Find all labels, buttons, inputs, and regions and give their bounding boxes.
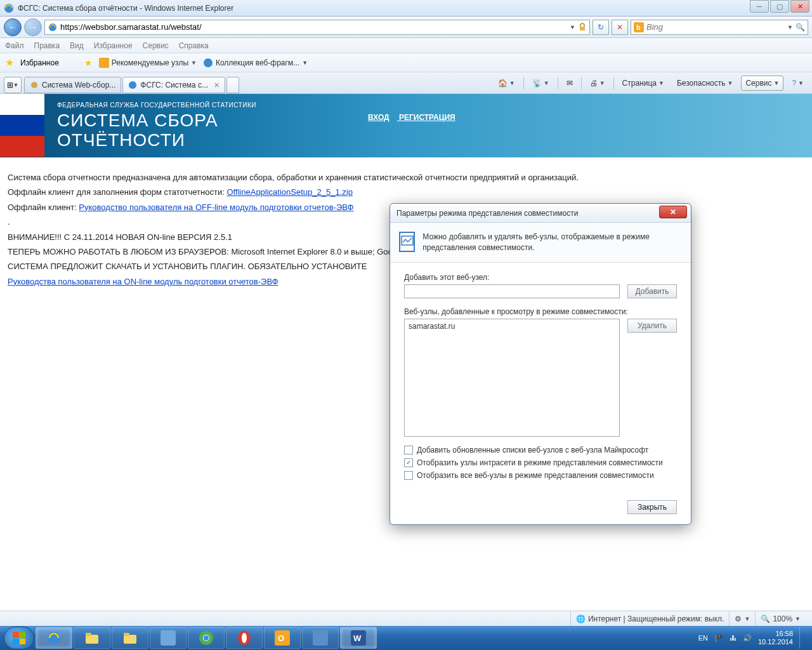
dialog-title: Параметры режима представления совместим… (396, 209, 578, 218)
zoom-control[interactable]: 🔍 100% ▼ (755, 611, 806, 626)
tab-1[interactable]: Система Web-сбор... (24, 77, 121, 93)
svg-rect-23 (313, 630, 328, 646)
svg-rect-11 (86, 635, 98, 644)
tools-menu[interactable]: Сервис▼ (741, 76, 783, 91)
ie-icon (4, 3, 14, 13)
lock-icon (578, 23, 587, 32)
tab-favicon (128, 81, 137, 90)
offline-zip-link[interactable]: OfflineApplicationSetup_2_5_1.zip (226, 187, 353, 197)
tray-flag-icon[interactable]: 🏴 (714, 634, 723, 642)
login-link[interactable]: ВХОД (368, 113, 390, 122)
online-guide-link[interactable]: Руководства пользователя на ON-line моду… (8, 277, 278, 286)
search-go-icon[interactable]: 🔍 (796, 23, 805, 32)
menu-favorites[interactable]: Избранное (94, 41, 133, 50)
status-bar: 🌐 Интернет | Защищенный режим: выкл. ⚙▼ … (0, 611, 812, 626)
menu-bar: Файл Правка Вид Избранное Сервис Справка (0, 38, 812, 53)
register-link[interactable]: РЕГИСТРАЦИЯ (399, 113, 455, 122)
mail-button[interactable]: ✉ (562, 76, 577, 91)
checkbox-row-3[interactable]: Отобразить все веб-узлы в режиме предста… (404, 471, 677, 480)
menu-view[interactable]: Вид (70, 41, 84, 50)
add-button[interactable]: Добавить (627, 284, 677, 298)
web-fragments[interactable]: Коллекция веб-фрагм... ▼ (203, 58, 308, 68)
site-banner: ФЕДЕРАЛЬНАЯ СЛУЖБА ГОСУДАРСТВЕННОЙ СТАТИ… (0, 94, 812, 157)
taskbar-app-2[interactable] (302, 627, 339, 649)
list-label: Веб-узлы, добавленные к просмотру в режи… (404, 307, 677, 316)
recommended-sites[interactable]: Рекомендуемые узлы ▼ (99, 58, 197, 68)
svg-point-6 (204, 58, 213, 67)
taskbar-app[interactable] (150, 627, 187, 649)
close-button[interactable]: Закрыть (627, 500, 677, 514)
offline-client-label: Оффлайн клиент: (8, 202, 79, 212)
home-button[interactable]: 🏠▼ (494, 76, 520, 91)
menu-help[interactable]: Справка (179, 41, 209, 50)
tray-network-icon[interactable]: 🖧 (730, 634, 737, 642)
checkbox-3[interactable] (404, 471, 413, 480)
dialog-close-button[interactable]: ✕ (659, 206, 687, 218)
back-button[interactable]: ← (4, 18, 22, 36)
minimize-button[interactable]: ─ (750, 0, 769, 13)
favorites-bar: ★ Избранное ★ Рекомендуемые узлы ▼ Колле… (0, 53, 812, 72)
checkbox-1[interactable] (404, 446, 413, 454)
tab-favicon (30, 81, 39, 90)
url-dropdown-arrow[interactable]: ▼ (570, 24, 575, 30)
taskbar-explorer[interactable] (74, 627, 110, 649)
maximize-button[interactable]: ▢ (770, 0, 789, 13)
feeds-button[interactable]: 📡▼ (528, 76, 554, 91)
taskbar-chrome[interactable] (188, 627, 225, 649)
forward-button[interactable]: → (24, 18, 42, 36)
refresh-button[interactable]: ↻ (593, 20, 609, 35)
taskbar-outlook[interactable]: O (264, 627, 301, 649)
add-site-input[interactable] (404, 284, 620, 298)
help-button[interactable]: ?▼ (787, 76, 808, 91)
tab-close-icon[interactable]: ✕ (214, 81, 219, 90)
quick-tabs-button[interactable]: ⊞▼ (4, 77, 22, 93)
svg-text:O: O (278, 633, 284, 643)
tab-2-active[interactable]: ФСГС: Система с... ✕ (122, 77, 225, 93)
svg-text:W: W (353, 633, 362, 643)
offline-guide-link[interactable]: Руководство пользователя на OFF-line мод… (79, 202, 353, 212)
svg-point-8 (129, 81, 136, 89)
start-button[interactable] (4, 627, 34, 649)
page-menu[interactable]: Страница▼ (618, 76, 669, 91)
checkbox-row-2[interactable]: ✓ Отобразить узлы интрасети в режиме пре… (404, 458, 677, 467)
address-bar[interactable]: ▼ (44, 20, 590, 35)
taskbar-word[interactable]: W (340, 627, 377, 649)
dialog-titlebar[interactable]: Параметры режима представления совместим… (390, 204, 691, 223)
checkbox-row-1[interactable]: Добавить обновленные списки веб-узлов с … (404, 446, 677, 454)
dialog-info-text: Можно добавлять и удалять веб-узлы, отоб… (422, 232, 682, 253)
taskbar: O W EN 🏴 🖧 🔊 16:58 10.12.2014 (0, 626, 812, 650)
search-bar[interactable]: b ▼ 🔍 (631, 20, 808, 35)
security-menu[interactable]: Безопасность▼ (672, 76, 737, 91)
tray-sound-icon[interactable]: 🔊 (743, 634, 752, 642)
lang-indicator[interactable]: EN (698, 634, 708, 642)
window-titlebar: ФСГС: Система сбора отчётности - Windows… (0, 0, 812, 17)
remove-button[interactable]: Удалить (627, 319, 677, 333)
menu-file[interactable]: Файл (5, 41, 24, 50)
url-input[interactable] (60, 22, 567, 32)
add-favorite-icon[interactable]: ★ (84, 58, 93, 68)
menu-edit[interactable]: Правка (34, 41, 60, 50)
search-dropdown[interactable]: ▼ (787, 24, 793, 30)
taskbar-opera[interactable] (226, 627, 263, 649)
checkbox-3-label: Отобразить все веб-узлы в режиме предста… (417, 471, 654, 480)
zone-status[interactable]: 🌐 Интернет | Защищенный режим: выкл. (570, 611, 730, 626)
protected-mode-icon[interactable]: ⚙▼ (729, 611, 755, 626)
favorites-label[interactable]: Избранное (20, 58, 59, 67)
add-site-label: Добавить этот веб-узел: (404, 273, 677, 282)
taskbar-ie[interactable] (36, 627, 72, 649)
sites-listbox[interactable]: samarastat.ru (404, 319, 620, 437)
search-input[interactable] (646, 22, 785, 32)
checkbox-2-checked[interactable]: ✓ (404, 458, 413, 467)
new-tab-button[interactable] (226, 77, 239, 93)
window-close-button[interactable]: ✕ (790, 0, 809, 13)
tray-clock[interactable]: 16:58 10.12.2014 (758, 630, 793, 646)
windows-icon (13, 632, 25, 644)
ie-page-icon (48, 22, 58, 32)
show-desktop-button[interactable] (799, 627, 804, 649)
banner-subtitle: ФЕДЕРАЛЬНАЯ СЛУЖБА ГОСУДАРСТВЕННОЙ СТАТИ… (57, 102, 812, 109)
stop-button[interactable]: ✕ (612, 20, 628, 35)
menu-tools[interactable]: Сервис (143, 41, 169, 50)
list-item[interactable]: samarastat.ru (409, 322, 615, 331)
print-button[interactable]: 🖨▼ (586, 76, 610, 91)
taskbar-explorer-2[interactable] (112, 627, 148, 649)
